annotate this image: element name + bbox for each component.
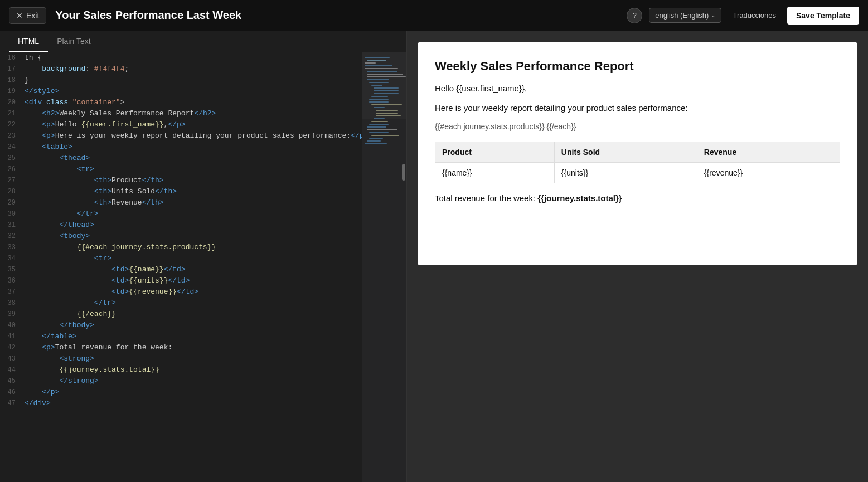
preview-greeting: Hello {{user.first_name}}, bbox=[435, 82, 840, 95]
code-line: 36 <td>{{units}}</td> bbox=[0, 275, 362, 286]
line-content: <td>{{revenue}}</td> bbox=[22, 286, 362, 298]
line-number: 21 bbox=[0, 108, 22, 119]
line-number: 47 bbox=[0, 398, 22, 409]
preview-table-body: {{name}} {{units}} {{revenue}} bbox=[435, 163, 840, 183]
line-number: 32 bbox=[0, 231, 22, 242]
line-number: 40 bbox=[0, 320, 22, 331]
minimap-drag-handle[interactable] bbox=[402, 164, 405, 181]
col-product: Product bbox=[435, 142, 555, 163]
code-line: 38 </tr> bbox=[0, 298, 362, 309]
code-line: 45 </strong> bbox=[0, 376, 362, 387]
minimap[interactable] bbox=[362, 52, 406, 482]
line-content: <tbody> bbox=[22, 231, 362, 242]
code-line: 40 </tbody> bbox=[0, 320, 362, 331]
code-line: 32 <tbody> bbox=[0, 231, 362, 242]
line-number: 34 bbox=[0, 253, 22, 264]
code-line: 39 {{/each}} bbox=[0, 309, 362, 320]
help-button[interactable]: ? bbox=[627, 8, 642, 23]
code-line: 27 <th>Product</th> bbox=[0, 175, 362, 186]
preview-table-head: Product Units Sold Revenue bbox=[435, 142, 840, 163]
line-content: </p> bbox=[22, 387, 362, 398]
line-content: <tr> bbox=[22, 253, 362, 264]
line-number: 19 bbox=[0, 86, 22, 97]
code-line: 23 <p>Here is your weekly report detaili… bbox=[0, 130, 362, 142]
code-line: 24 <table> bbox=[0, 142, 362, 153]
line-number: 36 bbox=[0, 275, 22, 286]
line-content: <tr> bbox=[22, 164, 362, 175]
code-editor[interactable]: 16th {17 background: #f4f4f4;18}19</styl… bbox=[0, 52, 362, 482]
line-content: <strong> bbox=[22, 353, 362, 364]
total-prefix: Total revenue for the week: bbox=[435, 193, 537, 203]
line-content: <p>Hello {{user.first_name}},</p> bbox=[22, 119, 362, 130]
line-content: <td>{{units}}</td> bbox=[22, 275, 362, 286]
line-number: 26 bbox=[0, 164, 22, 175]
code-line: 30 </tr> bbox=[0, 208, 362, 220]
code-line: 41 </table> bbox=[0, 331, 362, 342]
line-number: 17 bbox=[0, 64, 22, 75]
svg-rect-24 bbox=[371, 121, 388, 122]
code-line: 26 <tr> bbox=[0, 164, 362, 175]
line-number: 45 bbox=[0, 376, 22, 387]
line-number: 29 bbox=[0, 197, 22, 208]
preview-container: Weekly Sales Performance Report Hello {{… bbox=[418, 42, 857, 265]
line-content: </tbody> bbox=[22, 320, 362, 331]
col-revenue: Revenue bbox=[697, 142, 840, 163]
svg-rect-29 bbox=[371, 135, 399, 136]
language-label: english (English) bbox=[655, 11, 709, 20]
exit-label: Exit bbox=[26, 11, 39, 20]
line-number: 23 bbox=[0, 130, 22, 142]
svg-rect-31 bbox=[367, 140, 381, 142]
code-line: 25 <thead> bbox=[0, 153, 362, 164]
line-content: </thead> bbox=[22, 220, 362, 231]
topbar: ✕ Exit Your Sales Performance Last Week … bbox=[0, 0, 868, 31]
line-number: 16 bbox=[0, 52, 22, 64]
line-number: 20 bbox=[0, 97, 22, 108]
line-number: 37 bbox=[0, 286, 22, 298]
line-number: 27 bbox=[0, 175, 22, 186]
code-line: 44 {{journey.stats.total}} bbox=[0, 364, 362, 376]
code-line: 18} bbox=[0, 75, 362, 86]
svg-rect-30 bbox=[369, 138, 383, 139]
language-selector[interactable]: english (English) ⌄ bbox=[649, 8, 721, 23]
tab-html[interactable]: HTML bbox=[9, 31, 48, 52]
svg-rect-33 bbox=[362, 52, 406, 119]
main-area: HTML Plain Text 16th {17 background: #f4… bbox=[0, 31, 868, 482]
topbar-actions: ? english (English) ⌄ Traducciones Save … bbox=[627, 7, 859, 25]
code-line: 46 </p> bbox=[0, 387, 362, 398]
close-icon: ✕ bbox=[16, 11, 23, 20]
code-line: 21 <h2>Weekly Sales Performance Report</… bbox=[0, 108, 362, 119]
line-number: 18 bbox=[0, 75, 22, 86]
svg-rect-32 bbox=[365, 143, 387, 144]
line-number: 39 bbox=[0, 309, 22, 320]
line-content: <p>Total revenue for the week: bbox=[22, 342, 362, 353]
line-content: <td>{{name}}</td> bbox=[22, 264, 362, 275]
code-panel: HTML Plain Text 16th {17 background: #f4… bbox=[0, 31, 407, 482]
line-number: 28 bbox=[0, 186, 22, 197]
exit-button[interactable]: ✕ Exit bbox=[9, 7, 46, 24]
svg-rect-28 bbox=[369, 132, 389, 133]
code-line: 31 </thead> bbox=[0, 220, 362, 231]
preview-each-tag: {{#each journey.stats.products}} {{/each… bbox=[435, 121, 840, 133]
code-line: 37 <td>{{revenue}}</td> bbox=[0, 286, 362, 298]
line-number: 24 bbox=[0, 142, 22, 153]
line-content: {{/each}} bbox=[22, 309, 362, 320]
svg-rect-25 bbox=[369, 124, 389, 125]
cell-units: {{units}} bbox=[554, 163, 697, 183]
line-number: 22 bbox=[0, 119, 22, 130]
code-line: 28 <th>Units Sold</th> bbox=[0, 186, 362, 197]
line-content: {{#each journey.stats.products}} bbox=[22, 242, 362, 253]
line-content: background: #f4f4f4; bbox=[22, 64, 362, 75]
traducciones-button[interactable]: Traducciones bbox=[728, 8, 780, 22]
preview-table-header-row: Product Units Sold Revenue bbox=[435, 142, 840, 163]
line-content: <th>Product</th> bbox=[22, 175, 362, 186]
preview-table-row: {{name}} {{units}} {{revenue}} bbox=[435, 163, 840, 183]
line-number: 30 bbox=[0, 208, 22, 220]
code-line: 17 background: #f4f4f4; bbox=[0, 64, 362, 75]
save-template-button[interactable]: Save Template bbox=[787, 7, 859, 25]
line-number: 38 bbox=[0, 298, 22, 309]
tab-plain-text[interactable]: Plain Text bbox=[48, 31, 99, 52]
line-content: </style> bbox=[22, 86, 362, 97]
chevron-down-icon: ⌄ bbox=[711, 12, 715, 18]
code-line: 33 {{#each journey.stats.products}} bbox=[0, 242, 362, 253]
preview-intro: Here is your weekly report detailing you… bbox=[435, 102, 840, 115]
